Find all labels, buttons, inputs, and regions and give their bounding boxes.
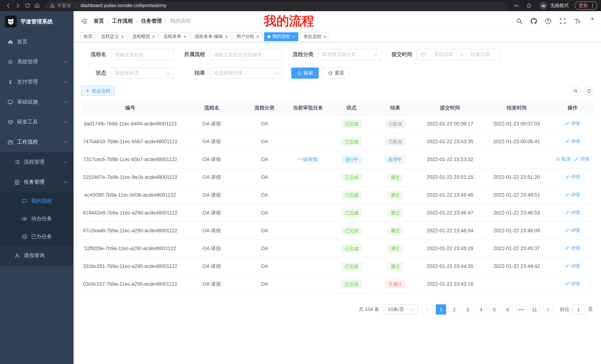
sidebar-item-leave-query[interactable]: 请假查询 bbox=[0, 246, 74, 266]
page-button-4[interactable]: 4 bbox=[476, 304, 486, 315]
cell-submit-time: 2022-01-22 23:49:46 bbox=[418, 186, 482, 204]
sidebar-toggle-button[interactable] bbox=[80, 18, 88, 25]
tab-process-form[interactable]: 流程表单× bbox=[160, 32, 190, 41]
tab-process-form-edit[interactable]: 流程表单-编辑× bbox=[191, 32, 231, 41]
status-tag: 通过 bbox=[387, 262, 403, 270]
sidebar-item-home[interactable]: 首页 bbox=[0, 32, 74, 52]
sidebar-item-infrastructure[interactable]: 基础设施 bbox=[0, 92, 74, 112]
sidebar-item-todo-tasks[interactable]: 待办任务 bbox=[0, 210, 74, 228]
page-button-6[interactable]: 6 bbox=[502, 304, 513, 315]
github-icon[interactable] bbox=[531, 18, 537, 25]
toggle-search-button[interactable] bbox=[571, 86, 580, 96]
page-root: 不安全 | dashboard.yudao.iocoder.cn/bpm/tas… bbox=[0, 0, 601, 364]
table-toolbar: 发起流程 bbox=[81, 86, 594, 96]
detail-link[interactable]: 详情 bbox=[565, 263, 580, 269]
tab-process-model[interactable]: 流程模型× bbox=[129, 32, 158, 41]
close-tab-icon[interactable]: × bbox=[225, 34, 228, 39]
sidebar-item-done-tasks[interactable]: 已办任务 bbox=[0, 228, 74, 246]
close-tab-icon[interactable]: × bbox=[121, 34, 124, 39]
page-button-3[interactable]: 3 bbox=[462, 304, 473, 315]
tab-home[interactable]: 首页 bbox=[80, 32, 96, 41]
page-button-5[interactable]: 5 bbox=[489, 304, 500, 315]
close-tab-icon[interactable]: × bbox=[256, 34, 259, 39]
sidebar-item-my-process[interactable]: 我的流程 bbox=[0, 192, 74, 210]
key-icon bbox=[513, 3, 519, 9]
detail-link[interactable]: 详情 bbox=[565, 210, 580, 216]
detail-link[interactable]: 详情 bbox=[565, 281, 580, 287]
password-manager-button[interactable] bbox=[512, 1, 521, 10]
cancel-link[interactable]: 取消 bbox=[556, 156, 571, 163]
cell-id: 67c2eaab-7b9a-11ec-a290-acde48001122 bbox=[81, 222, 180, 239]
page-button-11[interactable]: 11 bbox=[529, 304, 540, 315]
breadcrumb-item[interactable]: 工作流程 bbox=[112, 18, 133, 25]
page-button-1[interactable]: 1 bbox=[436, 304, 446, 315]
process-definition-input[interactable] bbox=[210, 49, 282, 60]
breadcrumb-item[interactable]: 首页 bbox=[94, 18, 104, 25]
sidebar-item-system[interactable]: 系统管理 bbox=[0, 52, 74, 72]
cell-actions: 详情 bbox=[551, 186, 594, 204]
tab-process-definition[interactable]: 流程定义× bbox=[98, 32, 127, 41]
cell-submit-time: 2022-01-22 23:45:29 bbox=[418, 239, 482, 257]
bookmark-button[interactable] bbox=[524, 1, 533, 10]
update-label: 更新 bbox=[579, 2, 588, 9]
detail-link[interactable]: 详情 bbox=[565, 121, 580, 127]
fullscreen-icon[interactable] bbox=[559, 18, 566, 25]
sidebar-item-dev-tools[interactable]: 研发工具 bbox=[0, 112, 74, 132]
edit-icon bbox=[565, 139, 570, 144]
font-size-icon[interactable] bbox=[574, 18, 581, 25]
cell-category: OA bbox=[244, 115, 285, 133]
cell-process-name: OA 请假 bbox=[180, 222, 244, 239]
tab-my-process[interactable]: 我的流程× bbox=[264, 32, 298, 41]
detail-link[interactable]: 详情 bbox=[565, 245, 580, 252]
tab-start-process[interactable]: 发起流程× bbox=[300, 32, 330, 41]
filter-status: 状态 请选择状态 bbox=[81, 67, 174, 79]
process-name-input[interactable] bbox=[111, 49, 174, 60]
page-size-select[interactable]: 10条/页 bbox=[384, 304, 418, 315]
page-button-2[interactable]: 2 bbox=[449, 304, 460, 315]
prev-page-button[interactable] bbox=[422, 304, 433, 315]
address-bar[interactable]: 不安全 | dashboard.yudao.iocoder.cn/bpm/tas… bbox=[45, 1, 508, 10]
cell-actions: 详情 bbox=[551, 222, 594, 239]
category-select[interactable]: 请选择流程分类 bbox=[318, 49, 381, 60]
close-tab-icon[interactable]: × bbox=[183, 34, 186, 39]
breadcrumb-item[interactable]: 任务管理 bbox=[141, 18, 162, 25]
detail-link[interactable]: 详情 bbox=[565, 192, 580, 198]
sidebar-item-task-management[interactable]: 任务管理 bbox=[0, 172, 74, 192]
refresh-table-button[interactable] bbox=[584, 86, 594, 96]
detail-link[interactable]: 详情 bbox=[565, 174, 580, 180]
cell-status: 进行中 bbox=[331, 151, 372, 168]
start-process-button[interactable]: 发起流程 bbox=[81, 86, 115, 96]
tab-user-group[interactable]: 用户分组× bbox=[233, 32, 262, 41]
browser-forward-button[interactable] bbox=[13, 1, 22, 10]
submit-time-range-picker[interactable]: 开始日期 - 结束日期 bbox=[417, 49, 500, 60]
detail-link[interactable]: 详情 bbox=[565, 228, 580, 234]
close-tab-icon[interactable]: × bbox=[152, 34, 155, 39]
close-tab-icon[interactable]: × bbox=[323, 34, 326, 39]
page-size-value: 10条/页 bbox=[388, 306, 404, 313]
result-select[interactable]: 请选择流结果 bbox=[210, 67, 282, 79]
page-ellipsis[interactable]: ••• bbox=[516, 304, 526, 315]
detail-link[interactable]: 详情 bbox=[565, 138, 580, 145]
close-tab-icon[interactable]: × bbox=[292, 34, 295, 39]
browser-menu-update-button[interactable]: 更新 bbox=[575, 1, 597, 10]
status-select[interactable]: 请选择状态 bbox=[111, 67, 174, 79]
search-button[interactable]: 搜索 bbox=[291, 67, 319, 79]
next-page-button[interactable] bbox=[543, 304, 553, 315]
cell-category: OA bbox=[244, 275, 285, 293]
sidebar-item-workflow[interactable]: 工作流程 bbox=[0, 132, 74, 152]
browser-reload-button[interactable] bbox=[23, 1, 32, 10]
reset-button[interactable]: 重置 bbox=[322, 67, 350, 79]
sidebar-item-label: 工作流程 bbox=[17, 139, 38, 145]
detail-link[interactable]: 详情 bbox=[574, 156, 589, 163]
help-icon[interactable] bbox=[545, 18, 551, 25]
cell-category: OA bbox=[244, 257, 285, 275]
sidebar-item-process-management[interactable]: 流程管理 bbox=[0, 152, 74, 172]
jump-page-input[interactable] bbox=[572, 304, 585, 315]
sidebar-item-payment[interactable]: 支付管理 bbox=[0, 72, 74, 92]
app-logo[interactable]: 芋道管理系统 bbox=[0, 11, 74, 32]
search-icon[interactable] bbox=[516, 18, 523, 25]
current-task-link[interactable]: 一级审批 bbox=[298, 156, 318, 163]
cell-end-time bbox=[482, 151, 551, 168]
browser-back-button[interactable] bbox=[4, 1, 13, 10]
browser-home-button[interactable] bbox=[33, 1, 42, 10]
